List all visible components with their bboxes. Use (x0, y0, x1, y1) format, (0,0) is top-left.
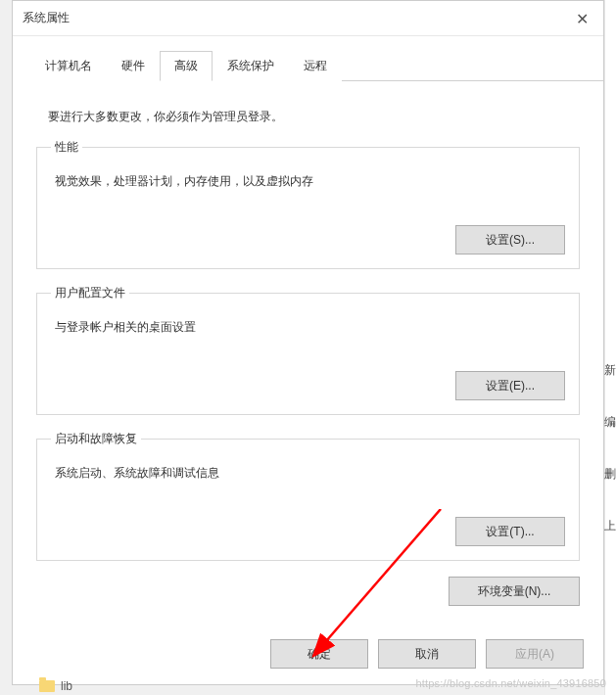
button-label: 设置(T)... (486, 524, 534, 540)
background-right-strip (604, 0, 616, 695)
section-legend: 启动和故障恢复 (51, 431, 141, 447)
tab-label: 计算机名 (45, 59, 92, 72)
tab-label: 高级 (174, 59, 198, 72)
startup-settings-button[interactable]: 设置(T)... (455, 517, 565, 546)
performance-settings-button[interactable]: 设置(S)... (455, 225, 565, 255)
titlebar[interactable]: 系统属性 ✕ (13, 1, 603, 36)
tab-remote[interactable]: 远程 (289, 51, 342, 81)
ok-button[interactable]: 确定 (270, 639, 368, 669)
tab-content-advanced: 要进行大多数更改，你必须作为管理员登录。 性能 视觉效果，处理器计划，内存使用，… (13, 81, 603, 606)
section-desc: 与登录帐户相关的桌面设置 (55, 319, 565, 336)
close-button[interactable]: ✕ (560, 1, 603, 36)
section-performance: 性能 视觉效果，处理器计划，内存使用，以及虚拟内存 设置(S)... (36, 139, 580, 269)
side-label: 编 (604, 414, 616, 431)
tab-label: 硬件 (121, 59, 145, 72)
section-desc: 系统启动、系统故障和调试信息 (55, 465, 565, 482)
tab-advanced[interactable]: 高级 (160, 51, 213, 81)
apply-button[interactable]: 应用(A) (486, 639, 584, 669)
tab-label: 系统保护 (227, 59, 274, 72)
tab-computer-name[interactable]: 计算机名 (30, 51, 107, 81)
system-properties-dialog: 系统属性 ✕ 计算机名 硬件 高级 系统保护 远程 要进行大多数更改，你必须作为… (12, 0, 604, 685)
environment-variables-button[interactable]: 环境变量(N)... (449, 577, 580, 606)
button-label: 取消 (415, 646, 439, 663)
cancel-button[interactable]: 取消 (378, 639, 476, 669)
tab-system-protection[interactable]: 系统保护 (213, 51, 289, 81)
button-label: 环境变量(N)... (478, 583, 551, 600)
section-startup-recovery: 启动和故障恢复 系统启动、系统故障和调试信息 设置(T)... (36, 431, 580, 561)
background-folder-item: lib (39, 679, 72, 693)
side-label: 上 (604, 518, 616, 534)
section-legend: 用户配置文件 (51, 285, 129, 301)
button-label: 设置(S)... (486, 232, 535, 249)
button-label: 设置(E)... (486, 378, 535, 394)
folder-icon (39, 680, 55, 692)
side-label: 新 (604, 362, 616, 379)
folder-label: lib (61, 679, 72, 693)
button-label: 确定 (308, 646, 331, 663)
admin-notice: 要进行大多数更改，你必须作为管理员登录。 (48, 109, 580, 125)
tab-strip: 计算机名 硬件 高级 系统保护 远程 (30, 50, 603, 81)
window-title: 系统属性 (23, 10, 70, 26)
button-label: 应用(A) (515, 646, 554, 663)
dialog-button-row: 确定 取消 应用(A) (270, 639, 584, 669)
section-legend: 性能 (51, 139, 82, 156)
close-icon: ✕ (576, 10, 589, 28)
tab-label: 远程 (304, 59, 327, 72)
section-desc: 视觉效果，处理器计划，内存使用，以及虚拟内存 (55, 173, 565, 190)
side-label: 删 (604, 466, 616, 483)
section-user-profiles: 用户配置文件 与登录帐户相关的桌面设置 设置(E)... (36, 285, 580, 415)
profiles-settings-button[interactable]: 设置(E)... (455, 371, 565, 400)
tab-hardware[interactable]: 硬件 (107, 51, 160, 81)
background-side-labels: 新 编 删 上 (604, 362, 616, 534)
